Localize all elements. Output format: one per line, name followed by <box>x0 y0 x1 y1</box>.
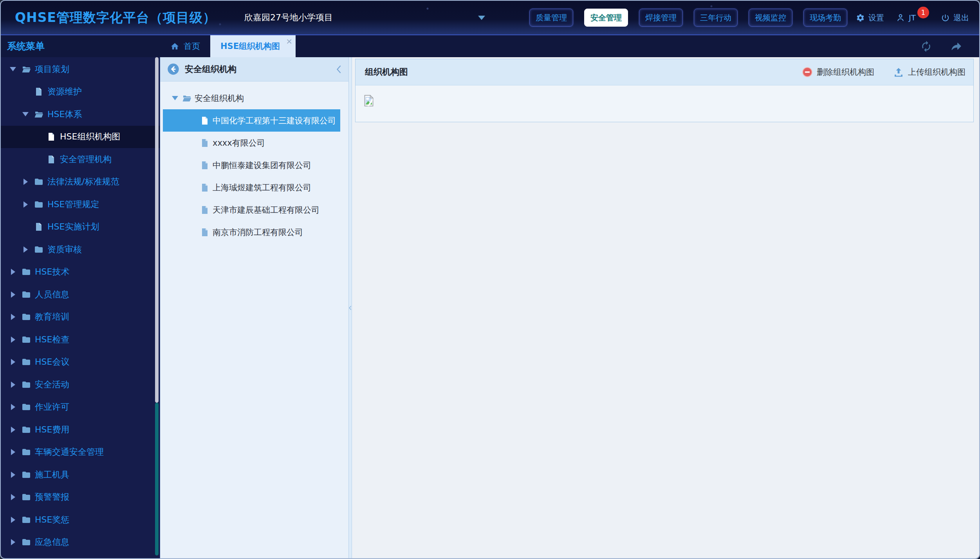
sidebar-item[interactable]: 项目策划 <box>1 58 160 81</box>
delete-org-chart-button[interactable]: 删除组织机构图 <box>802 67 874 78</box>
user-initials: JT <box>909 13 916 22</box>
sidebar-title: 系统菜单 <box>7 40 45 52</box>
expand-arrow-icon[interactable] <box>171 96 179 100</box>
panel-splitter[interactable] <box>348 57 352 558</box>
item-icon <box>21 470 31 479</box>
sidebar-item[interactable]: 预警警报 <box>1 486 160 509</box>
sidebar-item[interactable]: 作业许可 <box>1 396 160 419</box>
scrollbar-track-accent <box>155 403 159 555</box>
sidebar-item-label: 资质审核 <box>47 244 82 255</box>
sidebar-item[interactable]: 教育培训 <box>1 306 160 329</box>
tab-home[interactable]: 首页 <box>160 35 210 57</box>
sidebar-item[interactable]: HSE体系 <box>1 103 160 126</box>
expand-arrow-icon[interactable] <box>9 449 17 455</box>
logout-button[interactable]: 退出 <box>941 13 969 23</box>
item-icon <box>34 110 44 119</box>
top-nav: 质量管理安全管理焊接管理三年行动视频监控现场考勤 <box>529 9 847 27</box>
sidebar-item[interactable]: 安全管理机构 <box>1 148 160 171</box>
sidebar-item[interactable]: 车辆交通安全管理 <box>1 441 160 464</box>
expand-arrow-icon[interactable] <box>9 472 17 478</box>
sidebar-item[interactable]: 应急信息 <box>1 531 160 554</box>
tab-band: 系统菜单 首页 HSE组织机构图 × <box>1 35 979 57</box>
chevron-left-icon[interactable] <box>349 304 352 312</box>
sidebar-item[interactable]: 人员信息 <box>1 283 160 306</box>
sidebar-item[interactable]: 资质审核 <box>1 238 160 261</box>
sidebar-item[interactable]: HSE管理规定 <box>1 193 160 216</box>
nav-button[interactable]: 质量管理 <box>529 9 573 27</box>
org-tree-item[interactable]: 南京市消防工程有限公司 <box>160 221 348 243</box>
org-tree-item[interactable]: 中鹏恒泰建设集团有限公司 <box>160 154 348 176</box>
forward-arrow-icon[interactable] <box>949 40 963 52</box>
nav-button[interactable]: 视频监控 <box>749 9 792 27</box>
expand-arrow-icon[interactable] <box>9 494 17 500</box>
org-panel-header: 安全组织机构 <box>160 57 348 81</box>
item-icon <box>21 380 31 389</box>
upload-org-chart-button[interactable]: 上传组织机构图 <box>893 67 966 78</box>
tab-hse-org-chart[interactable]: HSE组织机构图 × <box>210 35 296 57</box>
org-tree-item[interactable]: 天津市建辰基础工程有限公司 <box>160 199 348 221</box>
sidebar-item[interactable]: HSE会议 <box>1 351 160 374</box>
expand-arrow-icon[interactable] <box>9 336 17 343</box>
expand-arrow-icon[interactable] <box>9 382 17 388</box>
item-icon <box>200 205 209 215</box>
sidebar-item[interactable]: HSE组织机构图 <box>1 126 160 148</box>
delete-org-chart-label: 删除组织机构图 <box>817 67 874 78</box>
expand-arrow-icon[interactable] <box>9 314 17 320</box>
expand-arrow-icon[interactable] <box>9 291 17 298</box>
sidebar-scrollbar[interactable] <box>155 57 159 558</box>
expand-arrow-icon[interactable] <box>21 179 30 185</box>
expand-arrow-icon[interactable] <box>9 539 17 545</box>
expand-arrow-icon[interactable] <box>9 427 17 433</box>
expand-arrow-icon[interactable] <box>21 246 30 253</box>
file-icon <box>200 228 209 237</box>
app-header: QHSE管理数字化平台（项目级） 欣嘉园27号地小学项目 质量管理安全管理焊接管… <box>1 1 979 35</box>
close-icon[interactable]: × <box>286 36 292 46</box>
folder-icon <box>21 447 31 457</box>
sidebar-item[interactable]: 施工机具 <box>1 463 160 486</box>
folder-open-icon <box>21 65 31 74</box>
back-circle-icon[interactable] <box>167 63 179 75</box>
org-tree-item-label: xxxx有限公司 <box>213 137 265 148</box>
nav-button[interactable]: 现场考勤 <box>803 9 847 27</box>
header-actions: 设置 JT 1 退出 <box>856 13 969 23</box>
expand-arrow-icon[interactable] <box>21 201 30 208</box>
app-window: QHSE管理数字化平台（项目级） 欣嘉园27号地小学项目 质量管理安全管理焊接管… <box>0 0 980 559</box>
expand-arrow-icon[interactable] <box>21 112 30 116</box>
expand-arrow-icon[interactable] <box>9 269 17 275</box>
sidebar-item[interactable]: HSE技术 <box>1 261 160 284</box>
org-tree-item[interactable]: 上海珹煜建筑工程有限公司 <box>160 176 348 199</box>
item-icon <box>182 94 191 103</box>
file-icon <box>200 183 209 192</box>
settings-button[interactable]: 设置 <box>856 13 884 23</box>
expand-arrow-icon[interactable] <box>9 404 17 410</box>
sidebar-item-label: 项目策划 <box>35 63 69 75</box>
sidebar-item[interactable]: HSE检查 <box>1 328 160 351</box>
folder-icon <box>21 470 31 479</box>
sidebar-item[interactable]: 法律法规/标准规范 <box>1 171 160 194</box>
expand-arrow-icon[interactable] <box>9 517 17 523</box>
sidebar-item[interactable]: 安全活动 <box>1 373 160 396</box>
nav-button[interactable]: 三年行动 <box>694 9 738 27</box>
chevron-left-icon[interactable] <box>336 65 341 74</box>
notification-badge[interactable]: 1 <box>917 7 929 18</box>
org-tree-item[interactable]: xxxx有限公司 <box>160 132 348 154</box>
refresh-icon[interactable] <box>920 40 932 52</box>
minus-circle-icon <box>802 67 813 78</box>
sidebar-item[interactable]: HSE奖惩 <box>1 508 160 531</box>
expand-arrow-icon[interactable] <box>9 67 17 71</box>
person-icon <box>896 13 905 22</box>
user-menu[interactable]: JT 1 <box>896 13 929 22</box>
item-icon <box>21 492 31 502</box>
nav-button[interactable]: 焊接管理 <box>639 9 683 27</box>
scrollbar-thumb[interactable] <box>155 57 159 403</box>
org-tree-item[interactable]: 中国化学工程第十三建设有限公司 <box>163 109 340 132</box>
nav-button[interactable]: 安全管理 <box>584 9 628 27</box>
sidebar-item[interactable]: HSE费用 <box>1 418 160 441</box>
sidebar-item[interactable]: HSE实施计划 <box>1 216 160 239</box>
folder-icon <box>21 425 31 434</box>
org-tree-item[interactable]: 安全组织机构 <box>160 87 348 109</box>
item-icon <box>200 116 209 125</box>
expand-arrow-icon[interactable] <box>9 359 17 365</box>
project-selector[interactable]: 欣嘉园27号地小学项目 <box>244 12 485 24</box>
sidebar-item[interactable]: 资源维护 <box>1 81 160 103</box>
